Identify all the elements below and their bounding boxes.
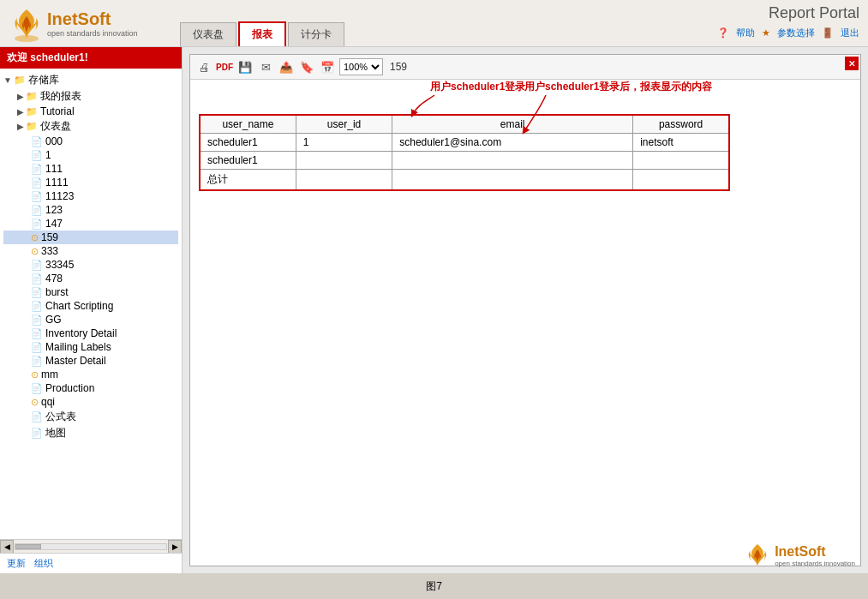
- tree-item-111[interactable]: 📄 111: [3, 162, 178, 176]
- tab-dashboard[interactable]: 仪表盘: [180, 22, 236, 46]
- tree-label: 000: [45, 135, 63, 147]
- expand-icon[interactable]: ▶: [17, 122, 24, 131]
- tab-reports[interactable]: 报表: [238, 21, 286, 46]
- export-btn[interactable]: 📤: [278, 58, 295, 75]
- tree-item-11123[interactable]: 📄 11123: [3, 189, 178, 203]
- tree-item-formula-table[interactable]: 📄 公式表: [3, 409, 178, 425]
- logo-icon: [9, 6, 47, 40]
- params-link[interactable]: 参数选择: [777, 27, 815, 39]
- exit-link[interactable]: 退出: [841, 27, 859, 39]
- tree-label: 159: [41, 231, 58, 243]
- logo-area: InetSoft open standards innovation: [9, 6, 163, 40]
- tree-item-gg[interactable]: 📄 GG: [3, 313, 178, 326]
- bottom-bar: 图7: [0, 573, 868, 599]
- special-file-icon: ⊙: [31, 232, 39, 243]
- tree-label: qqi: [41, 396, 55, 408]
- cell-username-2: scheduler1: [200, 152, 296, 170]
- special-file-icon: ⊙: [31, 369, 39, 380]
- save-btn[interactable]: 💾: [236, 58, 254, 75]
- zoom-select[interactable]: 100% 50% 75% 125% 150% 200%: [339, 58, 383, 75]
- tree-item-myreports[interactable]: ▶ 📁 我的报表: [3, 88, 178, 105]
- pdf-btn[interactable]: PDF: [216, 58, 233, 75]
- tree-label: Mailing Labels: [45, 341, 111, 353]
- tree-item-147[interactable]: 📄 147: [3, 217, 178, 231]
- report-toolbar: 🖨 PDF 💾 ✉ 📤 🔖 📅 100% 50% 75% 125% 150% 2…: [190, 55, 860, 80]
- tree-item-478[interactable]: 📄 478: [3, 272, 178, 285]
- annotation-login: 用户scheduler1登录: [430, 80, 525, 94]
- tree-label: 111: [45, 163, 63, 175]
- scroll-track[interactable]: [15, 543, 167, 550]
- table-row-total: 总计: [200, 170, 729, 191]
- tree-item-map[interactable]: 📄 地图: [3, 425, 178, 441]
- tree-label: Chart Scripting: [45, 300, 113, 312]
- tree-label: 123: [45, 204, 63, 216]
- expand-icon[interactable]: ▶: [17, 92, 24, 101]
- tree-item-000[interactable]: 📄 000: [3, 135, 178, 148]
- file-icon: 📄: [31, 273, 43, 285]
- expand-icon[interactable]: ▶: [17, 107, 24, 117]
- tree-item-159[interactable]: ⊙ 159: [3, 231, 178, 244]
- print-btn[interactable]: 🖨: [195, 58, 213, 75]
- col-header-username: user_name: [200, 115, 296, 134]
- horizontal-scrollbar[interactable]: ◀ ▶: [0, 539, 182, 553]
- report-name-display: 159: [390, 61, 407, 73]
- update-link[interactable]: 更新: [7, 557, 26, 570]
- scroll-thumb[interactable]: [15, 544, 41, 549]
- file-icon: 📄: [31, 177, 43, 189]
- bottom-logo-tagline: open standards innovation: [775, 560, 855, 567]
- help-link[interactable]: 帮助: [736, 27, 755, 39]
- table-container: user_name user_id email password schedul…: [199, 114, 852, 191]
- tree-item-inventory-detail[interactable]: 📄 Inventory Detail: [3, 326, 178, 340]
- tree-item-mm[interactable]: ⊙ mm: [3, 368, 178, 381]
- header-right: Report Portal ❓ 帮助 ★ 参数选择 🚪 退出: [717, 4, 859, 39]
- scroll-left-btn[interactable]: ◀: [0, 540, 14, 554]
- email-btn[interactable]: ✉: [257, 58, 274, 75]
- file-icon: 📄: [31, 219, 43, 230]
- tree-item-repository[interactable]: ▼ 📁 存储库: [3, 72, 178, 88]
- cell-total: 总计: [200, 170, 296, 191]
- portal-title: Report Portal: [769, 4, 859, 22]
- header-links: ❓ 帮助 ★ 参数选择 🚪 退出: [717, 27, 859, 39]
- tree-item-burst[interactable]: 📄 burst: [3, 285, 178, 299]
- cell-userid-1: 1: [296, 134, 392, 152]
- annotation-content: 用户scheduler1登录后，报表显示的内容: [524, 80, 712, 94]
- logo-name: InetSoft: [47, 9, 138, 29]
- tree-label: 147: [45, 218, 63, 230]
- tree-item-33345[interactable]: 📄 33345: [3, 258, 178, 272]
- organize-link[interactable]: 组织: [34, 557, 53, 570]
- tree-item-mailing-labels[interactable]: 📄 Mailing Labels: [3, 340, 178, 354]
- tree-item-production[interactable]: 📄 Production: [3, 381, 178, 395]
- cell-password-2: [633, 152, 729, 170]
- schedule-btn[interactable]: 📅: [319, 58, 336, 75]
- tree-item-chart-scripting[interactable]: 📄 Chart Scripting: [3, 299, 178, 313]
- sidebar-tree[interactable]: ▼ 📁 存储库 ▶ 📁 我的报表 ▶ 📁 Tutorial ▶ 📁 仪表盘 📄: [0, 69, 182, 539]
- tree-item-333[interactable]: ⊙ 333: [3, 244, 178, 258]
- bookmark-btn[interactable]: 🔖: [298, 58, 315, 75]
- tree-item-tutorial[interactable]: ▶ 📁 Tutorial: [3, 105, 178, 118]
- tab-scorecard[interactable]: 计分卡: [288, 22, 344, 46]
- tree-item-master-detail[interactable]: 📄 Master Detail: [3, 354, 178, 368]
- close-report-btn[interactable]: ✕: [845, 57, 859, 70]
- tree-label: Master Detail: [45, 355, 106, 367]
- cell-total-3: [392, 170, 633, 191]
- tree-label: 33345: [45, 259, 74, 271]
- tree-item-qqi[interactable]: ⊙ qqi: [3, 395, 178, 409]
- file-icon: 📄: [31, 411, 43, 422]
- tree-label: 1: [45, 149, 51, 161]
- file-icon: 📄: [31, 383, 43, 394]
- tree-label: 478: [45, 273, 63, 285]
- expand-icon[interactable]: ▼: [3, 75, 12, 85]
- file-icon: 📄: [31, 260, 43, 271]
- logo-text: InetSoft open standards innovation: [47, 9, 138, 38]
- tree-item-1111[interactable]: 📄 1111: [3, 176, 178, 189]
- cell-userid-2: [296, 152, 392, 170]
- bottom-logo: InetSoft open standards innovation: [744, 542, 855, 569]
- tree-item-123[interactable]: 📄 123: [3, 203, 178, 217]
- scroll-right-btn[interactable]: ▶: [168, 540, 182, 554]
- nav-tabs: 仪表盘 报表 计分卡: [180, 0, 346, 46]
- folder-icon: 📁: [14, 75, 26, 86]
- tree-item-dashboard[interactable]: ▶ 📁 仪表盘: [3, 118, 178, 135]
- tree-item-1[interactable]: 📄 1: [3, 148, 178, 162]
- file-icon: 📄: [31, 287, 43, 298]
- sidebar: 欢迎 scheduler1! ▼ 📁 存储库 ▶ 📁 我的报表 ▶ 📁 Tuto…: [0, 47, 183, 573]
